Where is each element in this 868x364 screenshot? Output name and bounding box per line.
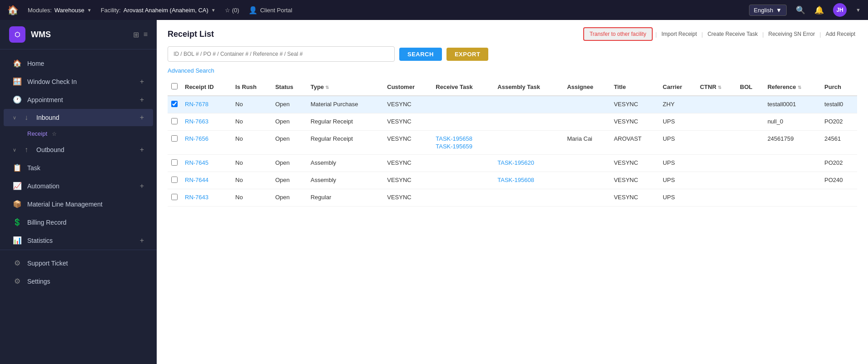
receiving-sn-error-link[interactable]: Receiving SN Error bbox=[767, 31, 817, 37]
title-cell: VESYNC bbox=[610, 172, 659, 189]
sidebar-item-support-ticket[interactable]: ⚙ Support Ticket bbox=[4, 254, 153, 272]
receipt-id-cell[interactable]: RN-7678 bbox=[181, 96, 232, 113]
assignee-cell bbox=[563, 113, 610, 131]
row-checkbox[interactable] bbox=[171, 194, 178, 200]
grid-icon[interactable]: ⊞ bbox=[133, 30, 139, 39]
export-button[interactable]: EXPORT bbox=[446, 48, 488, 61]
receipt-star-icon[interactable]: ☆ bbox=[52, 131, 57, 137]
avatar[interactable]: JH bbox=[833, 3, 847, 17]
search-input[interactable] bbox=[168, 46, 395, 62]
modules-chevron-icon: ▼ bbox=[87, 8, 92, 13]
content-area: Receipt List Transfer to other facility … bbox=[157, 20, 868, 364]
appointment-plus-icon[interactable]: + bbox=[140, 96, 144, 104]
sidebar-item-billing-record[interactable]: 💲 Billing Record bbox=[4, 213, 153, 231]
row-checkbox-cell[interactable] bbox=[168, 172, 181, 189]
add-receipt-link[interactable]: Add Receipt bbox=[824, 31, 857, 37]
assembly-task-link[interactable]: TASK-195608 bbox=[497, 177, 534, 183]
search-button[interactable]: 🔍 bbox=[796, 5, 805, 15]
col-assignee: Assignee bbox=[563, 79, 610, 96]
row-checkbox-cell[interactable] bbox=[168, 131, 181, 155]
sidebar-item-window-check-in[interactable]: 🪟 Window Check In + bbox=[4, 73, 153, 90]
col-carrier: Carrier bbox=[659, 79, 696, 96]
customer-cell: VESYNC bbox=[383, 155, 432, 172]
select-all-checkbox[interactable] bbox=[171, 83, 178, 89]
window-check-in-plus-icon[interactable]: + bbox=[140, 78, 144, 86]
receive-task-link[interactable]: TASK-195658 bbox=[436, 135, 490, 142]
sidebar-item-inbound[interactable]: ∨ ↓ Inbound + bbox=[4, 109, 153, 126]
client-portal-link[interactable]: 👤 Client Portal bbox=[248, 6, 293, 15]
automation-plus-icon[interactable]: + bbox=[140, 182, 144, 190]
purch-cell: PO202 bbox=[821, 113, 857, 131]
row-checkbox-cell[interactable] bbox=[168, 96, 181, 113]
assembly-task-cell bbox=[494, 96, 563, 113]
row-checkbox-cell[interactable] bbox=[168, 113, 181, 131]
col-reference[interactable]: Reference⇅ bbox=[764, 79, 821, 96]
row-checkbox[interactable] bbox=[171, 118, 178, 124]
sidebar-item-automation[interactable]: 📈 Automation + bbox=[4, 177, 153, 195]
sidebar-icon-controls: ⊞ ≡ bbox=[133, 30, 148, 39]
sidebar-item-appointment[interactable]: 🕐 Appointment + bbox=[4, 91, 153, 108]
statistics-plus-icon[interactable]: + bbox=[140, 236, 144, 245]
row-checkbox-cell[interactable] bbox=[168, 155, 181, 172]
sidebar-item-home[interactable]: 🏠 Home bbox=[4, 54, 153, 72]
sidebar-item-statistics[interactable]: 📊 Statistics + bbox=[4, 231, 153, 249]
sidebar-item-material-line-management[interactable]: 📦 Material Line Management bbox=[4, 195, 153, 213]
row-checkbox-cell[interactable] bbox=[168, 189, 181, 207]
advanced-search-link[interactable]: Advanced Search bbox=[157, 67, 868, 79]
carrier-cell: ZHY bbox=[659, 96, 696, 113]
language-selector[interactable]: English ▼ bbox=[749, 5, 787, 16]
type-cell: Material Purchase bbox=[307, 96, 384, 113]
table-body: RN-7678NoOpenMaterial PurchaseVESYNCVESY… bbox=[168, 96, 857, 207]
ctnr-cell bbox=[696, 131, 736, 155]
modules-selector[interactable]: Modules: Warehouse ▼ bbox=[28, 7, 92, 14]
facility-selector[interactable]: Facility: Arovast Anaheim (Anaheim, CA) … bbox=[101, 7, 216, 14]
receipt-id-cell[interactable]: RN-7645 bbox=[181, 155, 232, 172]
inbound-plus-icon[interactable]: + bbox=[140, 113, 144, 122]
assembly-task-cell: TASK-195608 bbox=[494, 172, 563, 189]
col-status: Status bbox=[272, 79, 307, 96]
search-button[interactable]: SEARCH bbox=[399, 48, 442, 61]
logo-icon-symbol: ⬡ bbox=[15, 31, 20, 38]
title-cell: VESYNC bbox=[610, 155, 659, 172]
row-checkbox[interactable] bbox=[171, 101, 178, 107]
assembly-task-link[interactable]: TASK-195620 bbox=[497, 159, 534, 166]
transfer-to-other-facility-button[interactable]: Transfer to other facility bbox=[583, 27, 653, 41]
sidebar-item-label: Inbound bbox=[36, 114, 134, 121]
ctnr-cell bbox=[696, 155, 736, 172]
sidebar-item-outbound[interactable]: ∨ ↑ Outbound + bbox=[4, 141, 153, 158]
sidebar-item-label: Outbound bbox=[36, 146, 134, 153]
receipt-id-cell[interactable]: RN-7663 bbox=[181, 113, 232, 131]
favorites-button[interactable]: ☆ (0) bbox=[225, 7, 239, 14]
outbound-plus-icon[interactable]: + bbox=[140, 146, 144, 154]
receipt-id-cell[interactable]: RN-7643 bbox=[181, 189, 232, 207]
reference-cell: 24561759 bbox=[764, 131, 821, 155]
select-all-header[interactable] bbox=[168, 79, 181, 96]
avatar-chevron-icon[interactable]: ▼ bbox=[856, 7, 861, 13]
menu-icon[interactable]: ≡ bbox=[144, 30, 148, 39]
is-rush-cell: No bbox=[232, 172, 272, 189]
col-type[interactable]: Type⇅ bbox=[307, 79, 384, 96]
ctnr-cell bbox=[696, 113, 736, 131]
import-receipt-link[interactable]: Import Receipt bbox=[660, 31, 699, 37]
home-icon[interactable]: 🏠 bbox=[7, 5, 19, 15]
sidebar-logo: ⬡ WMS ⊞ ≡ bbox=[0, 20, 157, 49]
sidebar-subitem-receipt[interactable]: Receipt ☆ bbox=[4, 127, 153, 141]
receipt-id-cell[interactable]: RN-7644 bbox=[181, 172, 232, 189]
row-checkbox[interactable] bbox=[171, 177, 178, 183]
col-ctnr[interactable]: CTNR⇅ bbox=[696, 79, 736, 96]
row-checkbox[interactable] bbox=[171, 135, 178, 142]
outbound-icon: ↑ bbox=[22, 146, 31, 154]
sidebar-item-settings[interactable]: ⚙ Settings bbox=[4, 272, 153, 290]
table-row: RN-7663NoOpenRegular ReceiptVESYNCVESYNC… bbox=[168, 113, 857, 131]
notification-button[interactable]: 🔔 bbox=[814, 5, 824, 15]
receive-task-link[interactable]: TASK-195659 bbox=[436, 143, 490, 150]
assignee-cell: Maria Cai bbox=[563, 131, 610, 155]
ctnr-sort-icon: ⇅ bbox=[718, 85, 721, 90]
receipt-id-cell[interactable]: RN-7656 bbox=[181, 131, 232, 155]
create-receive-task-link[interactable]: Create Receive Task bbox=[706, 31, 760, 37]
row-checkbox[interactable] bbox=[171, 159, 178, 166]
avatar-initials: JH bbox=[836, 7, 843, 13]
sidebar-subitem-label: Receipt bbox=[27, 130, 47, 137]
sidebar-item-task[interactable]: 📋 Task bbox=[4, 159, 153, 177]
top-navigation: 🏠 Modules: Warehouse ▼ Facility: Arovast… bbox=[0, 0, 868, 20]
